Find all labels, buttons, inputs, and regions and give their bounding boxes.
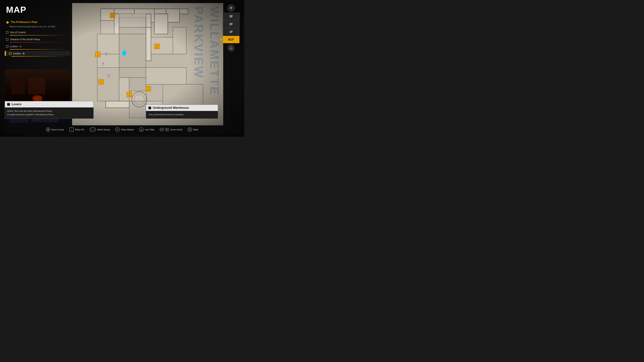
warehouse-title: Underground Warehouse — [153, 106, 189, 110]
floor-btn-b1f-wrapper: B1F — [223, 36, 240, 43]
stair-icon-5: 🚶 — [128, 93, 131, 96]
svg-rect-12 — [97, 54, 119, 67]
watermark-line1: WILLAMETTE — [209, 6, 220, 95]
lovers-goal: GOAL: Run Like the Wind (Wonderland Plaz… — [7, 109, 91, 113]
quest-label: Out of Control — [10, 31, 69, 34]
map-qmark-2: ? — [102, 62, 104, 67]
scoop-right — [93, 129, 95, 130]
stair-icon-1: 🚶 — [111, 14, 114, 17]
zoom-label: Zoom In/Out — [170, 128, 182, 131]
quest-item-out-of-control[interactable]: Out of Control — [5, 30, 70, 35]
svg-rect-31 — [132, 14, 146, 17]
back-icon — [188, 127, 192, 132]
quest-label-2: Shadow of the North Plaza — [10, 38, 69, 41]
thumbnail-area-1 — [5, 69, 70, 105]
quest-item-lovers-b-wrapper: Lovers - B — [5, 51, 70, 56]
scoop-left — [90, 129, 92, 130]
info-box-lovers-body: GOAL: Run Like the Wind (Wonderland Plaz… — [5, 107, 94, 118]
quest-item-lovers-a[interactable]: Lovers - A — [5, 44, 70, 49]
svg-point-37 — [189, 129, 191, 130]
svg-rect-10 — [119, 27, 146, 34]
floor-selector: 3F 2F 1F B1F — [223, 3, 240, 53]
floor-icon-top[interactable] — [228, 4, 235, 12]
map-icon-stair-2: 🚶 — [95, 52, 100, 57]
svg-rect-14 — [146, 27, 151, 61]
map-watermark-2: PARKVIEW — [192, 6, 206, 79]
thumbnail-overlay-1 — [5, 69, 70, 105]
move-cursor-icon — [46, 127, 50, 132]
svg-rect-9 — [154, 14, 168, 34]
place-pin-label: Place Pin — [75, 128, 84, 131]
info-box-warehouse-header: Underground Warehouse — [146, 105, 218, 111]
svg-rect-29 — [100, 21, 114, 34]
main-quest-subtitle: Return to the Security Room at 11 a.m. o… — [5, 25, 70, 28]
quest-underline-1 — [10, 35, 69, 35]
move-cursor-label: Move Cursor — [52, 128, 64, 131]
game-container: MAP The Professor's Past Return to the S… — [0, 0, 244, 137]
map-qmark-1: ? — [105, 52, 108, 57]
floor-btn-3f[interactable]: 3F — [223, 13, 240, 20]
svg-rect-21 — [146, 67, 186, 84]
marker-icon — [230, 6, 233, 10]
warehouse-description: Only Authorized Personnel Admitted. — [148, 113, 216, 116]
lovers-box-icon — [7, 103, 10, 106]
quest-item-lovers-b[interactable]: Lovers - B — [5, 51, 70, 56]
bottom-toolbar: Move Cursor □ Place Pin Select Scoop ✕ P… — [5, 125, 240, 134]
back-label: Back — [193, 128, 198, 131]
svg-rect-19 — [119, 78, 129, 101]
svg-rect-5 — [166, 9, 180, 22]
quest-label-4: Lovers - B — [13, 52, 69, 55]
stair-icon-6: 🚶 — [147, 87, 150, 90]
svg-point-36 — [48, 129, 48, 130]
main-quest-label: The Professor's Past — [11, 21, 38, 24]
floor-btn-b1f[interactable]: B1F — [223, 36, 240, 43]
quest-checkbox-2 — [6, 38, 8, 40]
main-quest-item[interactable]: The Professor's Past — [5, 21, 70, 24]
diamond-icon — [6, 21, 9, 24]
map-icon-stair-5: 🚶 — [126, 92, 132, 97]
place-pin-icon: □ — [70, 127, 74, 132]
map-watermark: WILLAMETTE — [209, 6, 220, 95]
quest-item-shadow[interactable]: Shadow of the North Plaza — [5, 37, 70, 42]
select-scoop-label: Select Scoop — [97, 128, 110, 131]
svg-rect-30 — [119, 14, 132, 17]
info-box-warehouse-body: Only Authorized Personnel Admitted. — [146, 111, 218, 118]
svg-rect-8 — [146, 14, 151, 27]
l1-btn: L1 — [160, 128, 164, 131]
svg-rect-23 — [106, 101, 129, 108]
info-box-lovers-header: Lovers — [5, 101, 94, 107]
player-marker — [123, 50, 126, 55]
quest-underline-4 — [12, 56, 69, 57]
stair-icon-3: 🚶 — [156, 45, 158, 48]
place-marker-icon: ✕ — [116, 127, 120, 132]
r1-btn: R1 — [165, 128, 169, 131]
bell-icon — [230, 46, 233, 50]
lovers-title: Lovers — [12, 103, 22, 106]
quest-underline-3 — [10, 49, 69, 50]
map-qmark-3: ? — [107, 73, 110, 79]
map-icon-stair-1: 🚶 — [110, 13, 115, 18]
quest-underline-2 — [10, 42, 69, 42]
stair-icon-2: 🚶 — [96, 53, 99, 56]
map-title: MAP — [6, 5, 26, 15]
toolbar-select-scoop: Select Scoop — [90, 127, 110, 132]
place-marker-label: Place Marker — [121, 128, 134, 131]
stair-icon-4: 🚶 — [100, 81, 103, 83]
floor-btn-1f[interactable]: 1F — [223, 28, 240, 35]
quest-checkbox-3 — [6, 45, 8, 48]
svg-rect-24 — [129, 101, 146, 118]
floor-icon-bottom[interactable] — [228, 44, 235, 52]
svg-rect-16 — [173, 27, 186, 54]
toolbar-place-marker: ✕ Place Marker — [116, 127, 134, 132]
floor-btn-2f[interactable]: 2F — [223, 20, 240, 28]
select-scoop-icon — [90, 127, 96, 132]
svg-rect-20 — [129, 78, 146, 91]
toolbar-place-pin: □ Place Pin — [70, 127, 84, 132]
quest-label-3: Lovers - A — [10, 45, 69, 48]
svg-point-33 — [231, 7, 232, 8]
toolbar-zoom: L1 R1 Zoom In/Out — [160, 128, 182, 131]
lovers-description: A couple has been spotted in Wonderland … — [7, 113, 91, 116]
toolbar-move-cursor: Move Cursor — [46, 127, 64, 132]
toolbar-back: Back — [188, 127, 198, 132]
quest-section: The Professor's Past Return to the Secur… — [5, 21, 70, 58]
